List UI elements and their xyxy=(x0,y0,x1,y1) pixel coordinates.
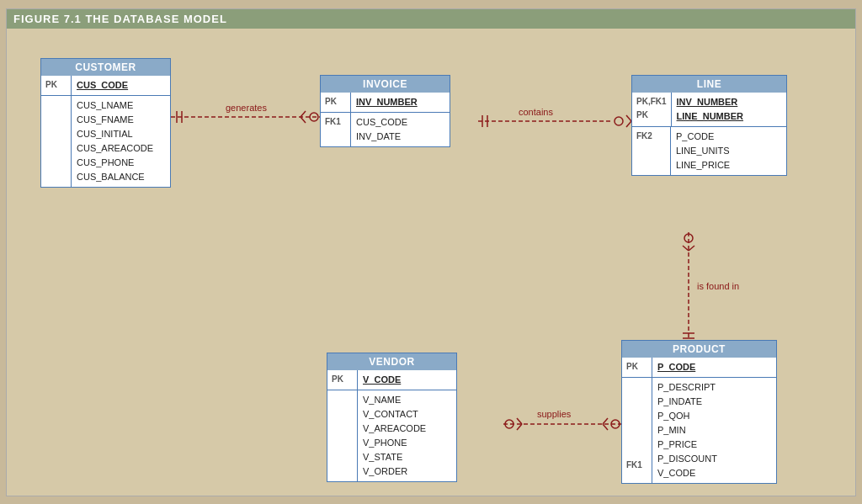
line-pk-body: PK,FK1 PK INV_NUMBER LINE_NUMBER xyxy=(632,93,786,126)
product-header: PRODUCT xyxy=(622,341,776,358)
svg-line-24 xyxy=(517,424,522,430)
svg-text:is found in: is found in xyxy=(697,281,739,291)
invoice-pk-body: PK INV_NUMBER xyxy=(321,93,450,112)
svg-point-15 xyxy=(684,234,693,242)
figure-title-text: FIGURE 7.1 THE DATABASE MODEL xyxy=(13,13,227,25)
figure-title: FIGURE 7.1 THE DATABASE MODEL xyxy=(7,9,855,29)
customer-entity: CUSTOMER PK CUS_CODE xyxy=(40,58,171,188)
svg-text:supplies: supplies xyxy=(537,409,572,419)
customer-header: CUSTOMER xyxy=(41,59,170,76)
svg-line-27 xyxy=(603,424,608,430)
customer-body: PK CUS_CODE xyxy=(41,76,170,95)
svg-text:generates: generates xyxy=(226,103,267,113)
vendor-entity: VENDOR PK V_CODE xyxy=(327,353,457,482)
svg-line-26 xyxy=(603,418,608,424)
svg-line-17 xyxy=(689,246,694,251)
svg-point-25 xyxy=(611,420,620,428)
product-attrs: FK1 P_DESCRIPT P_INDATE P_QOH P_MIN P_PR… xyxy=(622,378,776,483)
svg-point-10 xyxy=(615,117,623,125)
line-entity: LINE PK,FK1 PK INV_NUMBER LINE_NUMBER FK… xyxy=(631,75,787,176)
svg-line-23 xyxy=(517,418,522,424)
customer-attr-values: CUS_LNAME CUS_FNAME CUS_INITIAL CUS_AREA… xyxy=(72,96,158,187)
line-header: LINE xyxy=(632,76,786,93)
customer-pk-col: PK xyxy=(41,76,72,95)
invoice-header: INVOICE xyxy=(321,76,450,93)
invoice-entity: INVOICE PK INV_NUMBER FK1 CUS_CODE INV_D xyxy=(320,75,450,147)
svg-text:contains: contains xyxy=(519,107,553,117)
customer-pk-label: PK xyxy=(45,78,67,92)
diagram-area: generates contains is found in xyxy=(7,29,855,491)
svg-line-5 xyxy=(301,117,306,123)
svg-point-3 xyxy=(310,113,318,121)
invoice-pk-col: PK xyxy=(321,93,351,112)
product-entity: PRODUCT PK P_CODE xyxy=(621,340,777,484)
customer-attr-labels xyxy=(41,96,72,187)
line-attrs: FK2 P_CODE LINE_UNITS LINE_PRICE xyxy=(632,127,786,175)
svg-point-22 xyxy=(505,420,513,428)
customer-pk-field: CUS_CODE xyxy=(77,78,128,93)
vendor-attrs: V_NAME V_CONTACT V_AREACODE V_PHONE V_ST… xyxy=(327,390,456,481)
product-pk-body: PK P_CODE xyxy=(622,358,776,377)
customer-attrs: CUS_LNAME CUS_FNAME CUS_INITIAL CUS_AREA… xyxy=(41,96,170,187)
svg-line-16 xyxy=(683,246,689,251)
invoice-attrs: FK1 CUS_CODE INV_DATE xyxy=(321,113,450,146)
svg-line-4 xyxy=(301,111,306,117)
main-container: FIGURE 7.1 THE DATABASE MODEL generates xyxy=(6,8,856,496)
vendor-pk-body: PK V_CODE xyxy=(327,370,456,390)
vendor-header: VENDOR xyxy=(327,353,456,370)
customer-pk-fields: CUS_CODE xyxy=(72,76,133,95)
